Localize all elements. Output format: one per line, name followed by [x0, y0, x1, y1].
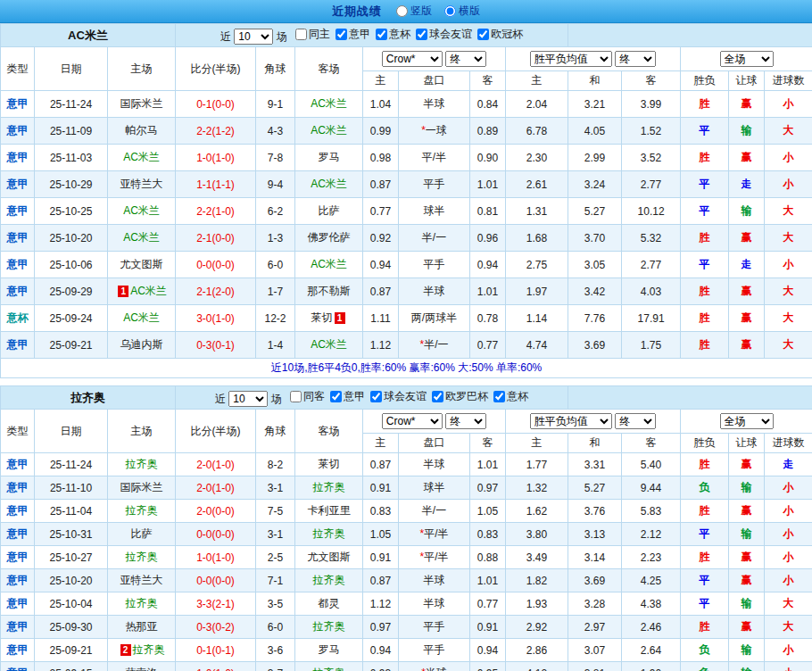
- europe-home-odds: 2.61: [506, 171, 568, 198]
- home-team[interactable]: 乌迪内斯: [108, 332, 176, 359]
- result-wdl: 平: [681, 523, 729, 546]
- away-team[interactable]: 都灵: [295, 592, 363, 616]
- away-team[interactable]: AC米兰: [295, 118, 363, 145]
- home-team[interactable]: AC米兰: [108, 225, 176, 252]
- away-team[interactable]: 莱切: [295, 453, 363, 476]
- league-filter-checkbox[interactable]: [290, 391, 302, 402]
- europe-away-odds: 3.99: [622, 91, 681, 118]
- europe-time-select[interactable]: 终: [615, 413, 656, 429]
- away-team[interactable]: AC米兰: [295, 171, 363, 198]
- home-team[interactable]: AC米兰: [108, 305, 176, 332]
- home-team[interactable]: 热那亚: [108, 616, 176, 639]
- odds-time-select[interactable]: 终: [445, 413, 486, 429]
- layout-radio[interactable]: [396, 5, 408, 17]
- league-filter[interactable]: 意杯: [493, 389, 528, 404]
- europe-draw-odds: 3.69: [568, 569, 622, 592]
- col-goals-result: 进球数: [765, 71, 812, 91]
- league-filter-checkbox[interactable]: [330, 391, 342, 402]
- layout-option[interactable]: 竖版: [396, 4, 432, 19]
- league-type: 意甲: [1, 252, 35, 278]
- home-team[interactable]: AC米兰: [108, 145, 176, 171]
- away-team[interactable]: 拉齐奥: [295, 523, 363, 546]
- odds-company-select[interactable]: Crow*: [382, 413, 443, 429]
- match-count-select[interactable]: 10: [234, 29, 273, 45]
- league-filter[interactable]: 球会友谊: [416, 27, 472, 42]
- league-filter[interactable]: 欧冠杯: [477, 27, 523, 42]
- league-filter[interactable]: 同客: [290, 389, 325, 404]
- league-filter-checkbox[interactable]: [295, 29, 307, 40]
- away-team[interactable]: 比萨: [295, 198, 363, 225]
- result-handicap: 赢: [729, 453, 765, 476]
- home-team[interactable]: 拉齐奥: [108, 500, 176, 523]
- result-handicap: 输: [729, 639, 765, 662]
- league-filter[interactable]: 同主: [295, 27, 330, 42]
- home-team[interactable]: 拉齐奥: [108, 546, 176, 569]
- home-team[interactable]: 国际米兰: [108, 476, 176, 500]
- league-filter-checkbox[interactable]: [493, 391, 505, 402]
- away-team[interactable]: 罗马: [295, 145, 363, 171]
- home-team[interactable]: 尤文图斯: [108, 252, 176, 278]
- league-filter[interactable]: 意甲: [336, 27, 370, 42]
- summary-row: 近10场,胜6平4负0,胜率:60% 赢率:60% 大:50% 单率:60%: [1, 359, 812, 378]
- corners: 9-4: [256, 171, 295, 198]
- away-team[interactable]: 莱切1: [295, 305, 363, 332]
- league-filter-checkbox[interactable]: [376, 29, 387, 40]
- match-count-select[interactable]: 10: [228, 391, 268, 407]
- home-team[interactable]: 拉齐奥: [108, 592, 176, 616]
- score: 0-3(0-2): [176, 616, 256, 639]
- europe-home-odds: 2.92: [506, 616, 568, 639]
- layout-radio[interactable]: [444, 5, 456, 17]
- league-filter-checkbox[interactable]: [336, 29, 347, 40]
- home-team[interactable]: 拉齐奥: [108, 453, 176, 476]
- away-favorite-asterisk: *: [420, 527, 425, 540]
- match-row: 意甲25-10-29亚特兰大1-1(1-1)9-4AC米兰0.87平手1.012…: [1, 171, 812, 198]
- home-team[interactable]: 比萨: [108, 523, 176, 546]
- col-europe-away: 客: [622, 71, 681, 91]
- league-filter[interactable]: 意杯: [376, 27, 410, 42]
- europe-odds-select[interactable]: 胜平负均值: [530, 413, 612, 429]
- away-team[interactable]: 拉齐奥: [295, 616, 363, 639]
- home-team[interactable]: 国际米兰: [108, 91, 176, 118]
- away-team[interactable]: AC米兰: [295, 252, 363, 278]
- layout-option[interactable]: 横版: [444, 4, 480, 19]
- home-team[interactable]: AC米兰: [108, 198, 176, 225]
- corners: 3-1: [256, 476, 295, 500]
- away-team[interactable]: 罗马: [295, 639, 363, 662]
- home-team[interactable]: 2拉齐奥: [108, 639, 176, 662]
- europe-time-select[interactable]: 终: [615, 51, 656, 67]
- home-team[interactable]: 亚特兰大: [108, 569, 176, 592]
- result-handicap: 输: [729, 476, 765, 500]
- result-goals: 大: [765, 118, 812, 145]
- handicap: 半球: [399, 453, 470, 476]
- home-team[interactable]: 亚特兰大: [108, 171, 176, 198]
- away-team[interactable]: 拉齐奥: [295, 476, 363, 500]
- league-filter[interactable]: 意甲: [330, 389, 365, 404]
- scope-header: 全场: [681, 410, 812, 434]
- away-team[interactable]: 佛罗伦萨: [295, 225, 363, 252]
- league-filter[interactable]: 球会友谊: [370, 389, 427, 404]
- away-team[interactable]: AC米兰: [295, 91, 363, 118]
- home-team[interactable]: 1AC米兰: [108, 278, 176, 305]
- away-team[interactable]: 拉齐奥: [295, 569, 363, 592]
- result-handicap: 赢: [729, 616, 765, 639]
- away-team[interactable]: AC米兰: [295, 332, 363, 359]
- home-team[interactable]: 帕尔马: [108, 118, 176, 145]
- away-team[interactable]: 尤文图斯: [295, 546, 363, 569]
- home-team[interactable]: 萨索洛: [108, 662, 176, 671]
- league-filter-checkbox[interactable]: [477, 29, 489, 40]
- league-filter-checkbox[interactable]: [370, 391, 382, 402]
- odds-time-select[interactable]: 终: [445, 51, 486, 67]
- section-divider: [0, 378, 812, 385]
- odds-company-select[interactable]: Crow*: [382, 51, 443, 67]
- col-asia-away: 客: [470, 71, 506, 91]
- away-team[interactable]: 卡利亚里: [295, 500, 363, 523]
- europe-odds-select[interactable]: 胜平负均值: [530, 51, 612, 67]
- league-filter-checkbox[interactable]: [416, 29, 427, 40]
- league-filter[interactable]: 欧罗巴杯: [432, 389, 488, 404]
- away-team[interactable]: 拉齐奥: [295, 662, 363, 671]
- asia-home-odds: 0.77: [363, 198, 399, 225]
- scope-select[interactable]: 全场: [720, 413, 774, 429]
- scope-select[interactable]: 全场: [720, 51, 774, 67]
- league-filter-checkbox[interactable]: [432, 391, 443, 402]
- away-team[interactable]: 那不勒斯: [295, 278, 363, 305]
